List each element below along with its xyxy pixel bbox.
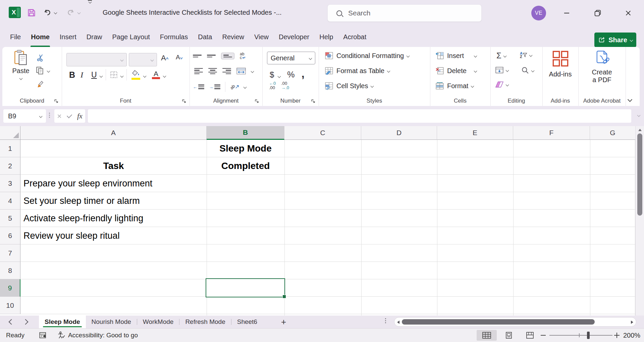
tab-review[interactable]: Review	[217, 27, 249, 47]
percent-button[interactable]: %	[287, 70, 294, 79]
redo-dropdown-chevron[interactable]	[77, 11, 81, 14]
tab-home[interactable]: Home	[26, 27, 55, 47]
font-name-select[interactable]	[66, 53, 127, 66]
cell-styles-button[interactable]: Cell Styles	[325, 82, 373, 90]
zoom-slider-thumb[interactable]	[587, 332, 590, 339]
clear-button[interactable]	[495, 81, 508, 88]
fill-color-chevron[interactable]	[143, 74, 147, 77]
font-size-select[interactable]	[129, 53, 157, 66]
column-header-D[interactable]: D	[361, 126, 437, 140]
font-color-button[interactable]: A	[151, 70, 161, 79]
vertical-scrollbar[interactable]	[635, 126, 644, 316]
undo-dropdown-chevron[interactable]	[54, 11, 57, 14]
formula-bar-expand-chevron[interactable]	[637, 114, 641, 117]
macro-record-button[interactable]	[39, 332, 47, 339]
align-left-icon[interactable]	[194, 68, 203, 74]
decrease-indent-button[interactable]: ←	[193, 84, 204, 90]
column-header-A[interactable]: A	[20, 126, 207, 140]
insert-function-button[interactable]: fx	[77, 112, 83, 120]
close-button[interactable]	[621, 5, 636, 21]
number-format-select[interactable]: General	[267, 52, 315, 64]
row-header-3[interactable]: 3	[0, 175, 20, 192]
minimize-button[interactable]	[559, 5, 574, 21]
tab-insert[interactable]: Insert	[55, 27, 82, 47]
copy-dropdown-chevron[interactable]	[47, 69, 50, 72]
paste-button[interactable]: Paste	[10, 50, 31, 81]
cell-A6[interactable]: Review your sleep ritual	[23, 227, 120, 244]
enter-icon[interactable]	[66, 113, 72, 118]
column-header-E[interactable]: E	[437, 126, 513, 140]
increase-indent-button[interactable]: →	[209, 84, 220, 90]
sheet-tab-sleep-mode[interactable]: Sleep Mode	[39, 316, 86, 328]
currency-button[interactable]: $	[270, 70, 274, 79]
fill-handle[interactable]	[282, 295, 286, 298]
orientation-button[interactable]: ab	[230, 85, 239, 89]
italic-button[interactable]: I	[80, 70, 91, 79]
new-sheet-button[interactable]: +	[277, 316, 290, 328]
borders-icon[interactable]	[110, 71, 118, 79]
cut-button[interactable]	[37, 54, 45, 63]
merge-center-icon[interactable]	[236, 68, 246, 74]
tab-help[interactable]: Help	[314, 27, 338, 47]
row-header-6[interactable]: 6	[0, 227, 20, 244]
page-layout-view-button[interactable]	[499, 330, 519, 341]
collapse-ribbon-chevron[interactable]	[628, 97, 632, 102]
sheet-nav-left-icon[interactable]	[9, 319, 14, 325]
align-bottom-icon-selected[interactable]	[221, 53, 234, 59]
row-header-2[interactable]: 2	[0, 157, 20, 175]
alignment-dialog-launcher[interactable]	[254, 99, 259, 104]
row-header-7[interactable]: 7	[0, 244, 20, 262]
excel-app-icon[interactable]: X	[9, 7, 21, 18]
row-header-5[interactable]: 5	[0, 210, 20, 227]
fill-button[interactable]	[495, 66, 508, 74]
cancel-icon[interactable]	[57, 114, 61, 118]
row-header-9-selected[interactable]: 9	[0, 279, 20, 297]
cell-B1[interactable]: Sleep Mode	[207, 140, 284, 157]
font-dialog-launcher[interactable]	[181, 99, 186, 104]
merge-center-chevron[interactable]	[251, 69, 254, 73]
column-header-F[interactable]: F	[513, 126, 590, 140]
row-header-10[interactable]: 10	[0, 297, 20, 314]
scroll-up-arrow[interactable]	[638, 129, 642, 131]
scroll-right-arrow[interactable]	[631, 321, 633, 324]
insert-cells-button[interactable]: Insert	[435, 52, 477, 60]
conditional-formatting-button[interactable]: Conditional Formatting	[325, 52, 409, 60]
page-break-preview-button[interactable]	[520, 330, 540, 341]
sort-filter-button[interactable]: AZ	[520, 52, 532, 58]
autosum-button[interactable]: Σ	[496, 51, 506, 60]
format-cells-button[interactable]: Format	[435, 82, 474, 90]
sheet-tab-refresh-mode[interactable]: Refresh Mode	[179, 316, 231, 328]
active-cell-B9[interactable]	[206, 278, 285, 297]
sheet-tab-sheet6[interactable]: Sheet6	[231, 316, 263, 328]
cells-area[interactable]: Sleep Mode Task Completed Prepare your s…	[20, 140, 635, 316]
vertical-scroll-thumb[interactable]	[637, 133, 642, 216]
restore-button[interactable]	[590, 5, 605, 21]
bold-button[interactable]: B	[69, 70, 80, 80]
create-pdf-button[interactable]: Create a PDF	[578, 50, 626, 84]
decrease-font-size-button[interactable]: A^	[176, 54, 182, 61]
underline-chevron[interactable]	[100, 74, 103, 77]
currency-chevron[interactable]	[278, 75, 281, 78]
tab-formulas[interactable]: Formulas	[155, 27, 193, 47]
align-center-icon[interactable]	[208, 68, 217, 74]
scroll-left-arrow[interactable]	[397, 321, 399, 324]
increase-decimal-button[interactable]: ←0 .00	[269, 81, 276, 90]
align-top-icon[interactable]	[193, 55, 202, 57]
addins-button[interactable]: Add-ins	[542, 50, 578, 78]
horizontal-scrollbar[interactable]	[394, 317, 636, 327]
tab-page-layout[interactable]: Page Layout	[107, 27, 155, 47]
column-header-G[interactable]: G	[590, 126, 635, 140]
cell-A4[interactable]: Set your sleep timer or alarm	[23, 192, 140, 210]
tab-draw[interactable]: Draw	[82, 27, 107, 47]
wrap-text-button[interactable]: ab c	[240, 52, 246, 60]
borders-chevron[interactable]	[120, 74, 124, 77]
number-dialog-launcher[interactable]	[311, 99, 316, 104]
horizontal-scroll-thumb[interactable]	[402, 319, 595, 325]
tab-file[interactable]: File	[5, 27, 26, 47]
cell-A3[interactable]: Prepare your sleep environment	[23, 175, 152, 192]
format-painter-button[interactable]	[37, 80, 45, 89]
sheet-tab-nourish-mode[interactable]: Nourish Mode	[86, 316, 137, 328]
find-select-button[interactable]	[521, 66, 534, 74]
decrease-decimal-button[interactable]: .00 →.0	[281, 81, 289, 90]
fill-color-button[interactable]	[131, 70, 141, 80]
